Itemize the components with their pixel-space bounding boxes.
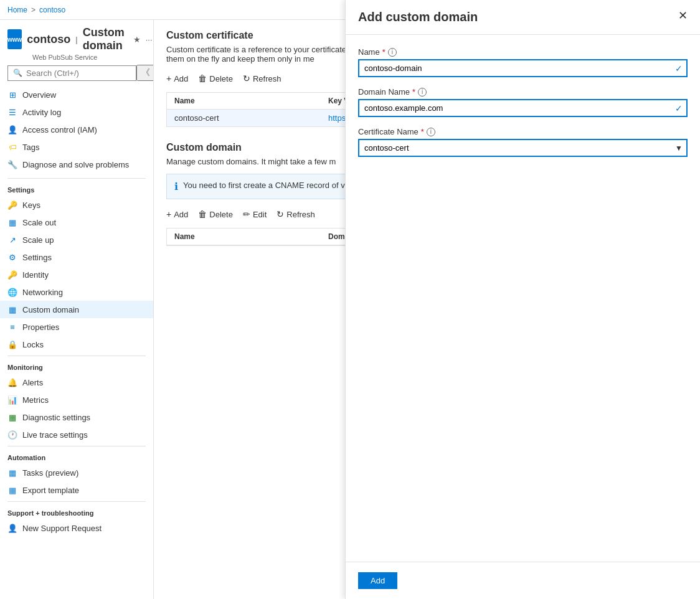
monitoring-divider [7, 356, 146, 356]
sidebar-item-scale-out[interactable]: ▦ Scale out [0, 214, 153, 231]
sidebar-item-label-alerts: Alerts [22, 378, 43, 387]
domain-name-input-wrapper: ✓ [358, 99, 688, 117]
domain-edit-label: Edit [253, 210, 267, 219]
more-icon[interactable]: ··· [146, 35, 153, 44]
sidebar-item-label-export-template: Export template [22, 486, 79, 495]
properties-icon: ≡ [7, 322, 17, 332]
automation-divider [7, 446, 146, 446]
name-label-text: Name [358, 47, 380, 57]
access-control-icon: 👤 [7, 125, 17, 134]
domain-add-button[interactable]: + Add [166, 207, 188, 222]
sidebar-item-label-tags: Tags [22, 143, 39, 152]
live-trace-icon: 🕐 [7, 430, 17, 440]
sidebar-item-networking[interactable]: 🌐 Networking [0, 283, 153, 301]
domain-name-info-icon[interactable]: i [418, 88, 427, 97]
sidebar-item-tags[interactable]: 🏷 Tags [0, 138, 153, 156]
breadcrumb-current[interactable]: contoso [39, 6, 65, 14]
sidebar-item-keys[interactable]: 🔑 Keys [0, 196, 153, 214]
panel-body: Name * i ✓ Domain Name * i ✓ [346, 35, 700, 562]
cert-refresh-button[interactable]: ↻ Refresh [243, 71, 281, 86]
content-area: www contoso | Custom domain ★ ··· Web Pu… [0, 20, 700, 599]
cert-add-button[interactable]: + Add [166, 71, 188, 86]
cert-delete-icon: 🗑 [198, 73, 207, 83]
sidebar-item-label-access-control: Access control (IAM) [22, 125, 97, 134]
cert-name-select[interactable]: contoso-cert other-cert [358, 139, 688, 157]
sidebar-item-metrics[interactable]: 📊 Metrics [0, 391, 153, 408]
settings-divider [7, 178, 146, 179]
locks-icon: 🔒 [7, 339, 17, 349]
search-icon: 🔍 [13, 68, 22, 77]
sidebar-item-overview[interactable]: ⊞ Overview [0, 86, 153, 103]
domain-add-icon: + [166, 209, 171, 219]
domain-refresh-icon: ↻ [277, 209, 284, 219]
sidebar-item-tasks[interactable]: ▦ Tasks (preview) [0, 464, 153, 481]
sidebar-item-diagnostic-settings[interactable]: ▦ Diagnostic settings [0, 408, 153, 426]
custom-domain-icon: ▦ [7, 304, 17, 314]
sidebar-item-activity-log[interactable]: ☰ Activity log [0, 103, 153, 121]
panel-header: Add custom domain ✕ [346, 20, 700, 35]
scale-up-icon: ↗ [7, 235, 17, 245]
support-section-label: Support + troubleshooting [0, 504, 153, 519]
name-label: Name * i [358, 47, 688, 57]
search-box[interactable]: 🔍 [7, 65, 136, 81]
settings-section-label: Settings [0, 181, 153, 196]
settings-icon: ⚙ [7, 252, 17, 262]
sidebar-item-scale-up[interactable]: ↗ Scale up [0, 231, 153, 248]
search-input[interactable] [26, 68, 131, 78]
name-input[interactable] [358, 59, 688, 77]
sidebar-item-label-identity: Identity [22, 270, 49, 280]
sidebar-nav: ⊞ Overview ☰ Activity log 👤 Access contr… [0, 83, 153, 537]
resource-icon-text: www [7, 36, 22, 43]
sidebar-item-custom-domain[interactable]: ▦ Custom domain [0, 301, 153, 318]
collapse-button[interactable]: 《 [136, 65, 154, 81]
sidebar-item-identity[interactable]: 🔑 Identity [0, 266, 153, 283]
cert-delete-button[interactable]: 🗑 Delete [198, 71, 233, 86]
domain-refresh-button[interactable]: ↻ Refresh [277, 207, 315, 222]
domain-name-input[interactable] [358, 99, 688, 117]
name-input-wrapper: ✓ [358, 59, 688, 77]
sidebar-item-settings[interactable]: ⚙ Settings [0, 248, 153, 266]
overview-icon: ⊞ [7, 90, 17, 100]
sidebar-item-access-control[interactable]: 👤 Access control (IAM) [0, 121, 153, 138]
star-icon[interactable]: ★ [133, 35, 141, 44]
monitoring-section-label: Monitoring [0, 359, 153, 374]
resource-icon: www [7, 29, 22, 49]
identity-icon: 🔑 [7, 270, 17, 280]
resource-subtitle: Web PubSub Service [32, 54, 146, 61]
diagnostic-settings-icon: ▦ [7, 412, 17, 422]
sidebar-item-alerts[interactable]: 🔔 Alerts [0, 374, 153, 391]
name-info-icon[interactable]: i [388, 48, 397, 57]
sidebar-item-export-template[interactable]: ▦ Export template [0, 481, 153, 499]
domain-delete-label: Delete [209, 210, 233, 219]
tags-icon: 🏷 [7, 142, 17, 152]
sidebar-item-label-diagnose: Diagnose and solve problems [22, 160, 129, 169]
domain-header-name: Name [174, 232, 328, 241]
sidebar-item-live-trace[interactable]: 🕐 Live trace settings [0, 426, 153, 443]
domain-name-check-icon: ✓ [675, 103, 683, 113]
panel-footer: Add [346, 562, 700, 599]
sidebar-item-new-support[interactable]: 👤 New Support Request [0, 519, 153, 537]
domain-edit-button[interactable]: ✏ Edit [243, 207, 267, 222]
panel-close-button[interactable]: ✕ [678, 20, 688, 21]
domain-delete-button[interactable]: 🗑 Delete [198, 207, 233, 222]
name-check-icon: ✓ [675, 64, 683, 73]
info-banner-icon: ℹ [174, 181, 178, 192]
sidebar-item-diagnose[interactable]: 🔧 Diagnose and solve problems [0, 156, 153, 173]
sidebar-item-locks[interactable]: 🔒 Locks [0, 336, 153, 353]
cert-name-info-icon[interactable]: i [427, 128, 435, 136]
sidebar-item-label-custom-domain: Custom domain [22, 305, 79, 314]
name-field-group: Name * i ✓ [358, 47, 688, 77]
resource-title: www contoso | Custom domain ★ ··· [7, 26, 146, 52]
domain-name-label-text: Domain Name [358, 87, 410, 97]
sidebar-item-label-overview: Overview [22, 90, 56, 100]
sidebar-item-label-networking: Networking [22, 288, 63, 297]
sidebar-item-label-activity-log: Activity log [22, 108, 61, 117]
sidebar-item-properties[interactable]: ≡ Properties [0, 318, 153, 336]
resource-page: Custom domain [83, 26, 125, 52]
panel-add-button[interactable]: Add [358, 572, 397, 589]
cert-name-required: * [421, 127, 424, 136]
cert-name-label: Certificate Name * i [358, 127, 688, 136]
breadcrumb-home[interactable]: Home [7, 6, 27, 14]
domain-add-label: Add [174, 210, 188, 219]
cert-refresh-label: Refresh [253, 74, 281, 83]
